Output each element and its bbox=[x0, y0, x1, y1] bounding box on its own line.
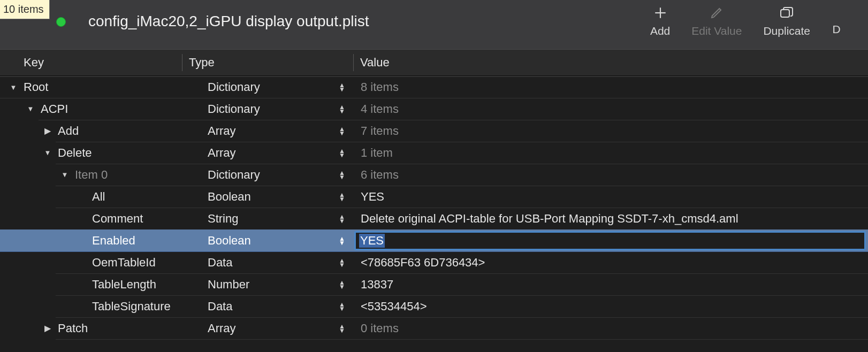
key-cell[interactable]: ▼Item 0 bbox=[0, 168, 182, 182]
value-cell[interactable]: Delete original ACPI-table for USB-Port … bbox=[353, 212, 868, 226]
key-cell[interactable]: TableSignature bbox=[0, 300, 182, 313]
type-cell[interactable]: Dictionary bbox=[182, 80, 331, 94]
key-cell[interactable]: TableLength bbox=[0, 278, 182, 292]
key-label: All bbox=[92, 190, 105, 204]
value-cell[interactable]: YES bbox=[353, 190, 868, 204]
svg-rect-2 bbox=[781, 10, 789, 17]
toolbar-partial-button[interactable]: D bbox=[832, 4, 841, 36]
tree-row[interactable]: ▼RootDictionary▲▼8 items bbox=[0, 76, 868, 98]
titlebar: 10 items config_iMac20,2_iGPU display ou… bbox=[0, 0, 868, 49]
key-label: Delete bbox=[58, 146, 92, 160]
key-label: Add bbox=[58, 124, 79, 138]
type-cell[interactable]: Dictionary bbox=[182, 168, 331, 182]
column-header-key[interactable]: Key bbox=[0, 56, 182, 70]
type-cell[interactable]: String bbox=[182, 212, 331, 226]
tree-row[interactable]: ▼DeleteArray▲▼1 item bbox=[0, 142, 868, 164]
tree-row[interactable]: EnabledBoolean▲▼YES bbox=[0, 229, 868, 251]
column-header-value[interactable]: Value bbox=[353, 54, 868, 71]
tree-row[interactable]: CommentString▲▼Delete original ACPI-tabl… bbox=[0, 208, 868, 229]
key-label: Item 0 bbox=[75, 168, 108, 182]
key-cell[interactable]: ▼ACPI bbox=[0, 102, 182, 116]
type-stepper[interactable]: ▲▼ bbox=[331, 127, 353, 135]
type-stepper[interactable]: ▲▼ bbox=[331, 193, 353, 201]
stepper-icon: ▲▼ bbox=[339, 127, 345, 135]
value-cell[interactable]: 4 items bbox=[353, 102, 868, 116]
stepper-icon: ▲▼ bbox=[339, 302, 345, 311]
type-stepper[interactable]: ▲▼ bbox=[331, 215, 353, 223]
type-stepper[interactable]: ▲▼ bbox=[331, 236, 353, 245]
value-cell[interactable]: 13837 bbox=[353, 278, 868, 292]
key-cell[interactable]: OemTableId bbox=[0, 256, 182, 270]
tree-row[interactable]: OemTableIdData▲▼<78685F63 6D736434> bbox=[0, 251, 868, 273]
chevron-down-icon[interactable]: ▼ bbox=[26, 105, 35, 113]
key-cell[interactable]: ▼Delete bbox=[0, 146, 182, 160]
tree-row[interactable]: ▼Item 0Dictionary▲▼6 items bbox=[0, 164, 868, 186]
type-cell[interactable]: Array bbox=[182, 124, 331, 138]
type-cell[interactable]: Array bbox=[182, 322, 331, 335]
value-text: YES bbox=[359, 234, 385, 248]
value-cell[interactable]: 7 items bbox=[353, 124, 868, 138]
key-label: Patch bbox=[58, 322, 88, 335]
chevron-down-icon[interactable]: ▼ bbox=[9, 83, 18, 91]
column-header-type[interactable]: Type bbox=[182, 54, 353, 71]
key-cell[interactable]: Comment bbox=[0, 212, 182, 226]
type-stepper[interactable]: ▲▼ bbox=[331, 302, 353, 311]
stepper-icon: ▲▼ bbox=[339, 83, 345, 91]
traffic-light-green-icon[interactable] bbox=[56, 17, 66, 27]
chevron-down-icon[interactable]: ▼ bbox=[60, 171, 70, 179]
type-cell[interactable]: Dictionary bbox=[182, 102, 331, 116]
plist-tree[interactable]: ▼RootDictionary▲▼8 items▼ACPIDictionary▲… bbox=[0, 76, 868, 339]
key-label: Comment bbox=[92, 212, 143, 226]
key-cell[interactable]: ▶Add bbox=[0, 124, 182, 138]
value-cell[interactable]: 8 items bbox=[353, 80, 868, 94]
chevron-down-icon[interactable]: ▼ bbox=[43, 149, 52, 157]
stepper-icon: ▲▼ bbox=[339, 215, 345, 223]
type-stepper[interactable]: ▲▼ bbox=[331, 171, 353, 179]
tree-row[interactable]: ▶PatchArray▲▼0 items bbox=[0, 317, 868, 339]
duplicate-button[interactable]: Duplicate bbox=[763, 4, 810, 37]
key-cell[interactable]: ▶Patch bbox=[0, 322, 182, 335]
tree-row[interactable]: ▼ACPIDictionary▲▼4 items bbox=[0, 98, 868, 120]
add-button[interactable]: Add bbox=[650, 4, 670, 37]
stepper-icon: ▲▼ bbox=[339, 105, 345, 113]
stepper-icon: ▲▼ bbox=[339, 171, 345, 179]
type-cell[interactable]: Boolean bbox=[182, 190, 331, 204]
items-tooltip: 10 items bbox=[0, 0, 50, 19]
value-cell[interactable]: 1 item bbox=[353, 146, 868, 160]
toolbar-partial-label: D bbox=[832, 23, 840, 36]
tree-row[interactable]: TableLengthNumber▲▼13837 bbox=[0, 273, 868, 295]
type-stepper[interactable]: ▲▼ bbox=[331, 105, 353, 113]
type-cell[interactable]: Number bbox=[182, 278, 331, 292]
tree-row[interactable]: TableSignatureData▲▼<53534454> bbox=[0, 295, 868, 317]
type-stepper[interactable]: ▲▼ bbox=[331, 324, 353, 333]
key-cell[interactable]: ▼Root bbox=[0, 80, 182, 94]
type-cell[interactable]: Boolean bbox=[182, 234, 331, 248]
plus-icon bbox=[653, 4, 667, 21]
window-title: config_iMac20,2_iGPU display output.plis… bbox=[88, 13, 369, 30]
stepper-icon: ▲▼ bbox=[339, 149, 345, 157]
chevron-right-icon[interactable]: ▶ bbox=[43, 126, 52, 136]
value-edit-field[interactable]: YES bbox=[354, 231, 866, 250]
type-cell[interactable]: Data bbox=[182, 256, 331, 270]
type-stepper[interactable]: ▲▼ bbox=[331, 280, 353, 289]
type-cell[interactable]: Array bbox=[182, 146, 331, 160]
key-cell[interactable]: All bbox=[0, 190, 182, 204]
chevron-right-icon[interactable]: ▶ bbox=[43, 323, 52, 333]
key-label: Root bbox=[24, 80, 48, 94]
edit-value-button[interactable]: Edit Value bbox=[691, 4, 742, 37]
toolbar: Add Edit Value Duplicate D bbox=[650, 4, 868, 37]
value-cell[interactable]: 6 items bbox=[353, 168, 868, 182]
type-stepper[interactable]: ▲▼ bbox=[331, 83, 353, 91]
value-cell[interactable]: <53534454> bbox=[353, 300, 868, 313]
key-label: OemTableId bbox=[92, 256, 156, 270]
value-cell[interactable]: <78685F63 6D736434> bbox=[353, 256, 868, 270]
type-cell[interactable]: Data bbox=[182, 300, 331, 313]
tree-row[interactable]: AllBoolean▲▼YES bbox=[0, 186, 868, 208]
value-cell[interactable]: YES bbox=[353, 230, 868, 251]
stepper-icon: ▲▼ bbox=[339, 193, 345, 201]
tree-row[interactable]: ▶AddArray▲▼7 items bbox=[0, 120, 868, 142]
key-cell[interactable]: Enabled bbox=[0, 234, 182, 248]
value-cell[interactable]: 0 items bbox=[353, 322, 868, 335]
type-stepper[interactable]: ▲▼ bbox=[331, 258, 353, 267]
type-stepper[interactable]: ▲▼ bbox=[331, 149, 353, 157]
